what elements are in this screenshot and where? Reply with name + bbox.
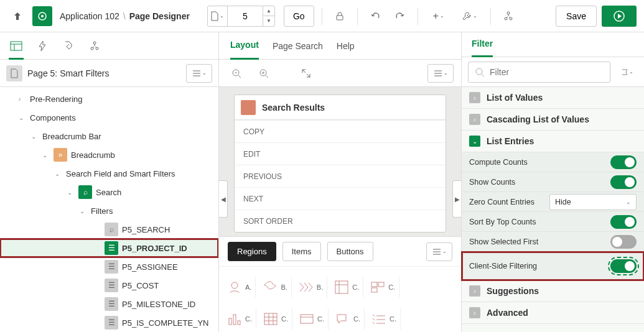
save-button[interactable]: Save <box>556 6 597 27</box>
tree-item-p5-project-id[interactable]: ☰P5_PROJECT_ID <box>0 239 218 257</box>
go-button[interactable]: Go <box>284 6 314 27</box>
run-button[interactable] <box>602 6 637 27</box>
zoom-in-button[interactable] <box>254 63 274 83</box>
utilities-button[interactable]: ⌄ <box>457 6 483 26</box>
redo-button[interactable] <box>390 6 410 26</box>
lock-button[interactable] <box>330 6 350 26</box>
section-list-entries[interactable]: ⌄List Entries <box>462 131 644 152</box>
gallery-item[interactable]: C. <box>366 277 399 298</box>
tab-page-search[interactable]: Page Search <box>273 32 323 60</box>
toggle-show-counts[interactable] <box>610 175 637 189</box>
tree-item-p5-search[interactable]: ⌕P5_SEARCH <box>0 220 218 239</box>
section-suggestions[interactable]: ›Suggestions <box>462 280 644 302</box>
svg-point-49 <box>476 68 482 75</box>
tree-item-breadcrumb[interactable]: ⌄»Breadcrumb <box>0 145 218 164</box>
svg-rect-37 <box>233 315 236 325</box>
region-button-edit[interactable]: EDIT <box>235 142 446 165</box>
section-advanced[interactable]: ›Advanced <box>462 302 644 324</box>
tree-item-search-field[interactable]: ⌄Search Field and Smart Filters <box>0 164 218 183</box>
breadcrumb-app[interactable]: Application 102 <box>60 11 119 21</box>
app-icon-button[interactable] <box>32 6 52 26</box>
toggle-compute-counts[interactable] <box>610 155 637 169</box>
zoom-out-button[interactable] <box>226 63 246 83</box>
select-zero-count[interactable]: Hide⌄ <box>549 194 637 210</box>
region-search-results[interactable]: Search Results COPY EDIT PREVIOUS NEXT S… <box>234 95 446 233</box>
region-button-copy[interactable]: COPY <box>235 120 446 142</box>
svg-rect-33 <box>371 282 377 287</box>
gallery-item[interactable]: B. <box>258 277 291 298</box>
collapse-left-handle[interactable]: ◀ <box>219 180 228 218</box>
rendering-tab-icon[interactable] <box>9 32 24 60</box>
chevron-down-icon: ⌄ <box>31 133 39 140</box>
checkbox-group-icon: ☰ <box>105 316 118 330</box>
gallery-item[interactable]: C. <box>367 308 401 330</box>
chevron-down-icon: ⌄ <box>19 114 26 121</box>
page-icon <box>6 65 22 81</box>
undo-button[interactable] <box>365 6 385 26</box>
tree-item-p5-cost[interactable]: ☰P5_COST <box>0 276 218 295</box>
page-number-input[interactable] <box>228 6 263 26</box>
region-button-previous[interactable]: PREVIOUS <box>235 165 446 187</box>
checkbox-group-icon: ☰ <box>105 260 118 274</box>
gallery-menu-button[interactable]: ⌄ <box>426 242 452 261</box>
gallery-item[interactable]: C. <box>331 308 365 330</box>
filter-field[interactable] <box>490 67 604 77</box>
collapse-right-handle[interactable]: ▶ <box>452 180 461 218</box>
svg-line-50 <box>482 74 484 76</box>
create-button[interactable]: +⌄ <box>426 6 452 26</box>
shared-components-button[interactable] <box>498 6 518 26</box>
tree-item-breadcrumb-bar[interactable]: ⌄Breadcrumb Bar <box>0 127 218 145</box>
gallery-tab-items[interactable]: Items <box>282 242 321 261</box>
tab-layout[interactable]: Layout <box>230 32 259 60</box>
tree-item-p5-assignee[interactable]: ☰P5_ASSIGNEE <box>0 257 218 276</box>
tree-item-pre-rendering[interactable]: ›Pre-Rendering <box>0 90 218 108</box>
page-up-icon[interactable]: ▲ <box>263 6 274 16</box>
toolbar-divider <box>490 7 491 25</box>
tree-item-filters[interactable]: ⌄Filters <box>0 201 218 220</box>
tree-item-p5-complete[interactable]: ☰P5_IS_COMPLETE_YN <box>0 313 218 332</box>
svg-point-1 <box>41 15 44 17</box>
breadcrumb-region-icon: » <box>54 148 67 162</box>
nav-up-button[interactable] <box>7 6 27 26</box>
tree-item-p5-milestone[interactable]: ☰P5_MILESTONE_ID <box>0 295 218 313</box>
tree-item-components[interactable]: ⌄Components <box>0 108 218 127</box>
classic-report-icon <box>241 100 256 115</box>
shared-tab-icon[interactable] <box>87 39 102 53</box>
checkbox-group-icon: ☰ <box>105 297 118 311</box>
page-finder-icon[interactable]: ⌄ <box>208 6 228 26</box>
tab-help[interactable]: Help <box>337 32 355 60</box>
search-field-icon: ⌕ <box>105 223 118 236</box>
gallery-item[interactable]: A. <box>223 277 256 298</box>
toggle-show-selected[interactable] <box>610 235 637 249</box>
toggle-sort-top[interactable] <box>610 215 637 229</box>
svg-rect-36 <box>229 318 231 325</box>
region-button-sort-order[interactable]: SORT ORDER <box>235 210 446 232</box>
gallery-item[interactable]: C. <box>330 277 363 298</box>
search-icon <box>475 67 485 77</box>
pin-button[interactable]: ⌄ <box>615 62 638 82</box>
page-title[interactable]: Page 5: Smart Filters <box>27 68 181 78</box>
tab-filter[interactable]: Filter <box>472 32 493 57</box>
section-cascading-lov[interactable]: ›Cascading List of Values <box>462 109 644 131</box>
gallery-tab-buttons[interactable]: Buttons <box>327 242 373 261</box>
gallery-item[interactable]: C. <box>295 308 329 330</box>
tree-menu-button[interactable]: ⌄ <box>186 64 212 83</box>
expand-button[interactable] <box>296 63 316 83</box>
chevron-down-icon: ⌄ <box>80 208 87 214</box>
toolbar-divider <box>357 7 358 25</box>
tree-item-search[interactable]: ⌄⌕Search <box>0 183 218 201</box>
toggle-client-side[interactable] <box>610 259 637 273</box>
gallery-item[interactable]: B. <box>294 277 327 298</box>
processing-tab-icon[interactable] <box>61 39 76 53</box>
layout-menu-button[interactable]: ⌄ <box>427 64 454 83</box>
region-button-next[interactable]: NEXT <box>235 187 446 210</box>
gallery-item[interactable]: C. <box>223 308 256 330</box>
svg-rect-34 <box>378 282 384 287</box>
gallery-item[interactable]: C. <box>259 308 292 330</box>
gallery-tab-regions[interactable]: Regions <box>228 242 276 261</box>
chevron-down-icon: ⌄ <box>469 136 480 147</box>
property-filter-input[interactable] <box>468 62 610 83</box>
page-down-icon[interactable]: ▼ <box>263 16 274 26</box>
section-list-of-values[interactable]: ›List of Values <box>462 87 644 109</box>
dynamic-actions-tab-icon[interactable] <box>35 39 50 53</box>
